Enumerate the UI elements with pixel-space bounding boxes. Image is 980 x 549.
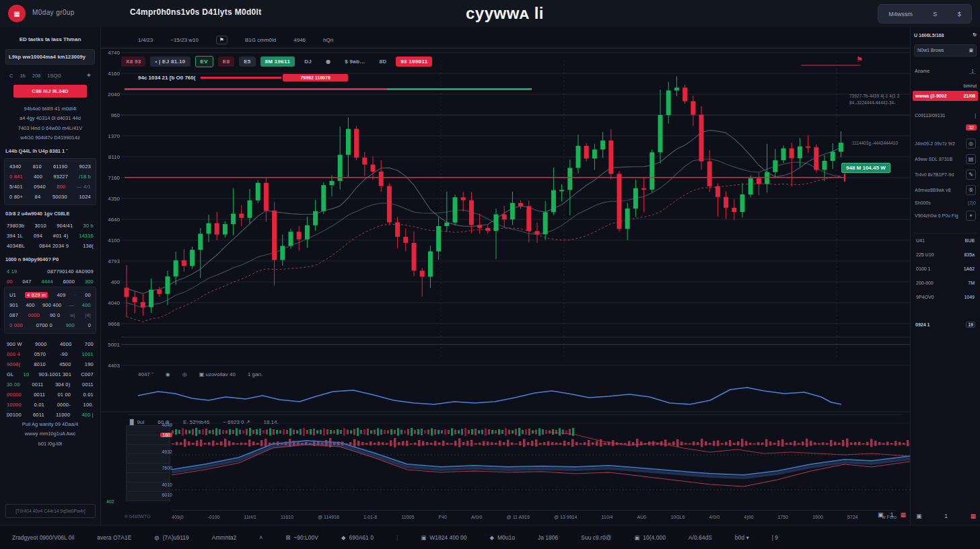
tool-item[interactable]: J4m09-2 09v7z 9r2◎ bbox=[914, 136, 977, 151]
table-row[interactable]: 00000001101 000.01 bbox=[4, 390, 96, 400]
tool-item[interactable]: Sh000s(2)0 bbox=[914, 198, 977, 208]
count-label[interactable]: 1 bbox=[944, 513, 948, 519]
time-tick-label[interactable]: 1-01-8 bbox=[363, 515, 377, 519]
currency-icon[interactable]: $ bbox=[958, 11, 961, 17]
price-chart[interactable]: 4740416020409601370811071604350464041004… bbox=[101, 40, 910, 379]
time-axis[interactable]: 409|0-010011H/111610@ 1149181-01-811005P… bbox=[172, 510, 897, 519]
table-row[interactable]: 79803b3010904/4130 b bbox=[4, 221, 96, 231]
aname-value[interactable]: 1 bbox=[969, 69, 976, 74]
status-item[interactable]: ◍(7A)u9119 bbox=[154, 534, 189, 541]
time-tick-label[interactable]: 5724 bbox=[847, 515, 858, 519]
symbol-search-input[interactable]: L9kp ww10004ma4 km123009y bbox=[5, 49, 95, 65]
tool-item[interactable]: Tr4v0 8v7B1P7-9d✎ bbox=[914, 167, 977, 182]
status-item[interactable]: Zradgyeot 0900/V06L 0il bbox=[12, 534, 74, 541]
time-tick-label[interactable]: 110/4 bbox=[601, 515, 612, 519]
table-row[interactable]: 4340810611909023 bbox=[7, 161, 94, 172]
sell-button[interactable]: C86 I6J 9L34D bbox=[13, 85, 87, 98]
calendar-icon[interactable]: ▦ bbox=[970, 513, 976, 519]
tool-icon[interactable]: ⌖ bbox=[966, 211, 976, 221]
table-row[interactable]: 5/4010940800— 4/1 bbox=[7, 182, 94, 192]
time-tick-label[interactable]: 1750 bbox=[777, 515, 788, 519]
table-row[interactable]: 100000.010000-100. bbox=[4, 400, 96, 410]
time-tick-label[interactable]: @ 11 A919 bbox=[507, 515, 530, 519]
time-tick-label[interactable]: @ 114918 bbox=[318, 515, 339, 519]
brand-logo-icon[interactable]: ▦ bbox=[8, 5, 26, 22]
time-tick-label[interactable]: 11H/1 bbox=[244, 515, 256, 519]
time-tick-label[interactable]: 4)90 bbox=[744, 515, 753, 519]
screenshot-icon[interactable]: ▣ bbox=[878, 511, 884, 518]
rsi-header-item[interactable]: ▣ uzovollav 40 bbox=[199, 371, 236, 377]
rsi-header-item[interactable]: 1 gan. bbox=[248, 371, 262, 377]
calendar-icon[interactable]: ▦ bbox=[900, 511, 906, 518]
status-item[interactable]: b0d ▾ bbox=[735, 534, 749, 541]
status-item[interactable]: Ja 1806 bbox=[538, 534, 558, 541]
table-row[interactable]: 9008(80104500190 bbox=[4, 359, 96, 369]
footer-count-icon[interactable]: 19 bbox=[966, 322, 975, 328]
tool-icon[interactable]: ⑤ bbox=[966, 185, 976, 195]
tool-icon[interactable]: (2)0 bbox=[968, 200, 976, 205]
table-row[interactable]: 000 40570-901001 bbox=[4, 349, 96, 359]
drawer-row[interactable]: C09113/09131| bbox=[914, 110, 977, 120]
tool-item[interactable]: A9ww SDL 8731B▤ bbox=[914, 151, 977, 167]
status-item[interactable]: ◆690A61 0 bbox=[341, 534, 374, 541]
table-row[interactable]: 087000090 0w||4| bbox=[7, 310, 94, 320]
mode-button[interactable]: M4wssm bbox=[888, 11, 913, 17]
table-row[interactable]: 4034BL0844 2034 9138( bbox=[4, 241, 96, 251]
time-tick-label[interactable]: A/0/0 bbox=[471, 515, 482, 519]
macd-header-item[interactable]: ▐▌ 9ul bbox=[128, 419, 144, 425]
tool-icon[interactable]: ✎ bbox=[966, 170, 976, 180]
time-tick-label[interactable]: 10GL6 bbox=[670, 515, 685, 519]
table-row[interactable]: U14 829 m409·00 bbox=[7, 290, 94, 300]
flag-marker-icon[interactable]: ⚑ bbox=[856, 55, 863, 64]
price-alert-green-badge[interactable]: 948 M 104.45 W bbox=[841, 163, 890, 173]
header-actions[interactable]: M4wssm S $ bbox=[878, 4, 972, 24]
count-badge[interactable]: 32 bbox=[966, 124, 977, 131]
table-row[interactable]: 0 0000700 09000 bbox=[7, 320, 94, 330]
table-row[interactable]: 0 84140093227/18 b bbox=[7, 172, 94, 182]
table-row[interactable]: 0004744446000300 bbox=[4, 277, 96, 287]
table-row[interactable]: 30 000011304 0)0011 bbox=[4, 379, 96, 390]
status-item[interactable]: ⊠~90:L00V bbox=[285, 534, 318, 541]
time-tick-label[interactable]: 1900 bbox=[812, 515, 823, 519]
time-tick-label[interactable]: AU0 bbox=[637, 515, 647, 519]
status-item[interactable]: A/0.64dS bbox=[689, 534, 712, 541]
alert-badge[interactable]: wwwa (2-900221/08 bbox=[913, 91, 978, 101]
table-row[interactable]: 4 19087790140 4A0909 bbox=[4, 266, 96, 277]
tool-icon[interactable]: ▤ bbox=[966, 154, 976, 164]
news-search-input[interactable]: N0w1 Brows ▣ bbox=[914, 44, 977, 57]
layout-icon[interactable]: S bbox=[933, 11, 937, 17]
status-item[interactable]: | 9 bbox=[772, 534, 778, 541]
filter-option[interactable]: C bbox=[9, 73, 13, 79]
status-item[interactable]: ▣10(4.000 bbox=[634, 534, 666, 541]
count-label[interactable]: 1 bbox=[890, 511, 893, 518]
table-row[interactable]: 00100601111000400 | bbox=[4, 410, 96, 420]
time-tick-label[interactable]: 4/0/0 bbox=[709, 515, 720, 519]
time-tick-label[interactable]: 11005 bbox=[401, 515, 414, 519]
filter-option[interactable]: 208 bbox=[32, 73, 41, 79]
macd-panel[interactable] bbox=[172, 423, 910, 511]
status-item[interactable]: ◆M0u1o bbox=[489, 534, 515, 541]
legend-row[interactable] bbox=[126, 473, 170, 482]
tool-icon[interactable]: ◎ bbox=[966, 139, 976, 149]
filter-option[interactable]: 1b bbox=[20, 73, 25, 79]
rsi-header-item[interactable]: ◉ bbox=[166, 371, 170, 377]
rsi-header-item[interactable]: 4047 ˇ bbox=[138, 371, 153, 377]
refresh-icon[interactable]: ↻ bbox=[973, 32, 977, 38]
status-item[interactable]: avera O7A1E bbox=[97, 534, 131, 541]
filter-option[interactable]: 1SQG bbox=[47, 73, 61, 79]
table-row[interactable]: GL10903-1001 301C007 bbox=[4, 369, 96, 379]
time-tick-label[interactable]: @ 13 9914 bbox=[554, 515, 577, 519]
table-row[interactable]: 394 1L094#01 4)14316 bbox=[4, 231, 96, 241]
table-row[interactable]: 900 W90004000700 bbox=[4, 339, 96, 349]
tool-item[interactable]: V904zh0w 6 P0u Fig⌖ bbox=[914, 208, 977, 223]
status-item[interactable]: Suu c9.r0@ bbox=[581, 534, 611, 541]
rsi-header-item[interactable]: ◎ bbox=[182, 371, 187, 377]
annotation-red-pill[interactable]: 79992 110076 bbox=[283, 74, 347, 81]
table-row[interactable]: 0 80+84500301024 bbox=[7, 192, 94, 202]
tool-item[interactable]: A9mwz8B9wk v8⑤ bbox=[914, 182, 977, 198]
status-item[interactable]: Ammnta2 bbox=[212, 534, 236, 541]
camera-icon[interactable]: ▣ bbox=[916, 513, 922, 519]
status-item[interactable]: ▣W1824 400 00 bbox=[421, 534, 466, 541]
time-tick-label[interactable]: -0100 bbox=[208, 515, 220, 519]
time-tick-label[interactable]: 409|0 bbox=[172, 515, 183, 519]
